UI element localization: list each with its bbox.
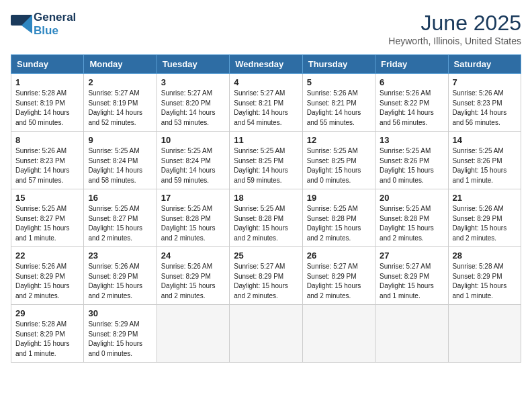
day-info: Sunrise: 5:26 AM Sunset: 8:23 PM Dayligh… — [453, 89, 517, 128]
calendar-day-cell: 15Sunrise: 5:25 AM Sunset: 8:27 PM Dayli… — [11, 189, 84, 247]
calendar-day-cell: 14Sunrise: 5:25 AM Sunset: 8:26 PM Dayli… — [448, 132, 521, 189]
title-block: June 2025 Heyworth, Illinois, United Sta… — [388, 11, 521, 46]
logo: General Blue — [11, 11, 76, 38]
day-number: 8 — [15, 135, 79, 145]
calendar-day-cell: 23Sunrise: 5:26 AM Sunset: 8:29 PM Dayli… — [84, 247, 157, 305]
header-saturday: Saturday — [448, 55, 521, 74]
logo-icon — [11, 15, 32, 34]
day-number: 25 — [234, 250, 298, 261]
day-number: 22 — [15, 250, 79, 261]
day-info: Sunrise: 5:27 AM Sunset: 8:29 PM Dayligh… — [380, 262, 443, 301]
calendar-day-cell: 12Sunrise: 5:25 AM Sunset: 8:25 PM Dayli… — [302, 132, 375, 189]
day-info: Sunrise: 5:27 AM Sunset: 8:29 PM Dayligh… — [234, 262, 298, 301]
day-info: Sunrise: 5:25 AM Sunset: 8:28 PM Dayligh… — [161, 204, 225, 243]
header-tuesday: Tuesday — [157, 55, 229, 74]
day-info: Sunrise: 5:26 AM Sunset: 8:29 PM Dayligh… — [161, 262, 225, 301]
day-number: 12 — [307, 135, 371, 145]
day-number: 20 — [380, 193, 443, 203]
day-number: 4 — [234, 77, 298, 87]
calendar-header-row: SundayMondayTuesdayWednesdayThursdayFrid… — [11, 55, 521, 74]
day-info: Sunrise: 5:27 AM Sunset: 8:29 PM Dayligh… — [307, 262, 371, 301]
day-number: 7 — [453, 77, 517, 87]
day-info: Sunrise: 5:28 AM Sunset: 8:29 PM Dayligh… — [15, 320, 79, 359]
header-monday: Monday — [84, 55, 157, 74]
day-number: 13 — [380, 135, 443, 145]
day-number: 16 — [88, 193, 152, 203]
logo-blue-text: Blue — [34, 24, 58, 37]
calendar-day-cell: 2Sunrise: 5:27 AM Sunset: 8:19 PM Daylig… — [84, 74, 157, 132]
calendar-day-cell: 16Sunrise: 5:25 AM Sunset: 8:27 PM Dayli… — [84, 189, 157, 247]
calendar-day-cell — [375, 305, 448, 363]
day-info: Sunrise: 5:25 AM Sunset: 8:28 PM Dayligh… — [234, 204, 298, 243]
day-info: Sunrise: 5:27 AM Sunset: 8:20 PM Dayligh… — [161, 89, 225, 128]
day-number: 15 — [15, 193, 79, 203]
day-number: 29 — [15, 308, 79, 318]
day-info: Sunrise: 5:26 AM Sunset: 8:21 PM Dayligh… — [307, 89, 371, 128]
calendar-day-cell — [230, 305, 302, 363]
calendar-day-cell: 7Sunrise: 5:26 AM Sunset: 8:23 PM Daylig… — [448, 74, 521, 132]
day-number: 2 — [88, 77, 152, 87]
svg-marker-2 — [21, 26, 32, 34]
page-header: General Blue June 2025 Heyworth, Illinoi… — [11, 11, 521, 46]
day-number: 11 — [234, 135, 298, 145]
calendar-day-cell: 22Sunrise: 5:26 AM Sunset: 8:29 PM Dayli… — [11, 247, 84, 305]
header-wednesday: Wednesday — [230, 55, 302, 74]
calendar-title: June 2025 — [388, 11, 521, 36]
day-number: 28 — [453, 250, 517, 261]
calendar-day-cell — [448, 305, 521, 363]
calendar-week-row: 1Sunrise: 5:28 AM Sunset: 8:19 PM Daylig… — [11, 74, 521, 132]
calendar-day-cell: 26Sunrise: 5:27 AM Sunset: 8:29 PM Dayli… — [302, 247, 375, 305]
calendar-day-cell: 11Sunrise: 5:25 AM Sunset: 8:25 PM Dayli… — [230, 132, 302, 189]
day-info: Sunrise: 5:25 AM Sunset: 8:26 PM Dayligh… — [453, 146, 517, 185]
day-info: Sunrise: 5:28 AM Sunset: 8:19 PM Dayligh… — [15, 89, 79, 128]
day-info: Sunrise: 5:25 AM Sunset: 8:24 PM Dayligh… — [161, 146, 225, 185]
calendar-week-row: 22Sunrise: 5:26 AM Sunset: 8:29 PM Dayli… — [11, 247, 521, 305]
day-info: Sunrise: 5:26 AM Sunset: 8:29 PM Dayligh… — [88, 262, 152, 301]
calendar-day-cell: 20Sunrise: 5:25 AM Sunset: 8:28 PM Dayli… — [375, 189, 448, 247]
calendar-day-cell: 27Sunrise: 5:27 AM Sunset: 8:29 PM Dayli… — [375, 247, 448, 305]
calendar-day-cell: 4Sunrise: 5:27 AM Sunset: 8:21 PM Daylig… — [230, 74, 302, 132]
calendar-day-cell — [157, 305, 229, 363]
day-number: 1 — [15, 77, 79, 87]
calendar-day-cell — [302, 305, 375, 363]
day-number: 14 — [453, 135, 517, 145]
calendar-table: SundayMondayTuesdayWednesdayThursdayFrid… — [11, 54, 521, 363]
day-info: Sunrise: 5:27 AM Sunset: 8:21 PM Dayligh… — [234, 89, 298, 128]
calendar-day-cell: 9Sunrise: 5:25 AM Sunset: 8:24 PM Daylig… — [84, 132, 157, 189]
day-number: 10 — [161, 135, 225, 145]
day-info: Sunrise: 5:25 AM Sunset: 8:25 PM Dayligh… — [234, 146, 298, 185]
day-info: Sunrise: 5:29 AM Sunset: 8:29 PM Dayligh… — [88, 320, 152, 359]
calendar-day-cell: 29Sunrise: 5:28 AM Sunset: 8:29 PM Dayli… — [11, 305, 84, 363]
calendar-subtitle: Heyworth, Illinois, United States — [388, 36, 521, 46]
calendar-day-cell: 24Sunrise: 5:26 AM Sunset: 8:29 PM Dayli… — [157, 247, 229, 305]
calendar-day-cell: 6Sunrise: 5:26 AM Sunset: 8:22 PM Daylig… — [375, 74, 448, 132]
calendar-week-row: 29Sunrise: 5:28 AM Sunset: 8:29 PM Dayli… — [11, 305, 521, 363]
day-info: Sunrise: 5:25 AM Sunset: 8:25 PM Dayligh… — [307, 146, 371, 185]
calendar-week-row: 15Sunrise: 5:25 AM Sunset: 8:27 PM Dayli… — [11, 189, 521, 247]
day-number: 5 — [307, 77, 371, 87]
day-info: Sunrise: 5:26 AM Sunset: 8:29 PM Dayligh… — [15, 262, 79, 301]
calendar-day-cell: 3Sunrise: 5:27 AM Sunset: 8:20 PM Daylig… — [157, 74, 229, 132]
day-info: Sunrise: 5:25 AM Sunset: 8:24 PM Dayligh… — [88, 146, 152, 185]
day-number: 21 — [453, 193, 517, 203]
header-friday: Friday — [375, 55, 448, 74]
day-number: 26 — [307, 250, 371, 261]
day-number: 30 — [88, 308, 152, 318]
day-info: Sunrise: 5:28 AM Sunset: 8:29 PM Dayligh… — [453, 262, 517, 301]
day-info: Sunrise: 5:27 AM Sunset: 8:19 PM Dayligh… — [88, 89, 152, 128]
day-info: Sunrise: 5:26 AM Sunset: 8:22 PM Dayligh… — [380, 89, 443, 128]
day-number: 6 — [380, 77, 443, 87]
calendar-day-cell: 17Sunrise: 5:25 AM Sunset: 8:28 PM Dayli… — [157, 189, 229, 247]
day-info: Sunrise: 5:25 AM Sunset: 8:28 PM Dayligh… — [307, 204, 371, 243]
calendar-week-row: 8Sunrise: 5:26 AM Sunset: 8:23 PM Daylig… — [11, 132, 521, 189]
day-number: 17 — [161, 193, 225, 203]
day-info: Sunrise: 5:25 AM Sunset: 8:27 PM Dayligh… — [88, 204, 152, 243]
calendar-day-cell: 5Sunrise: 5:26 AM Sunset: 8:21 PM Daylig… — [302, 74, 375, 132]
day-info: Sunrise: 5:25 AM Sunset: 8:27 PM Dayligh… — [15, 204, 79, 243]
calendar-day-cell: 1Sunrise: 5:28 AM Sunset: 8:19 PM Daylig… — [11, 74, 84, 132]
day-number: 18 — [234, 193, 298, 203]
day-info: Sunrise: 5:26 AM Sunset: 8:29 PM Dayligh… — [453, 204, 517, 243]
calendar-day-cell: 28Sunrise: 5:28 AM Sunset: 8:29 PM Dayli… — [448, 247, 521, 305]
calendar-day-cell: 25Sunrise: 5:27 AM Sunset: 8:29 PM Dayli… — [230, 247, 302, 305]
calendar-day-cell: 21Sunrise: 5:26 AM Sunset: 8:29 PM Dayli… — [448, 189, 521, 247]
